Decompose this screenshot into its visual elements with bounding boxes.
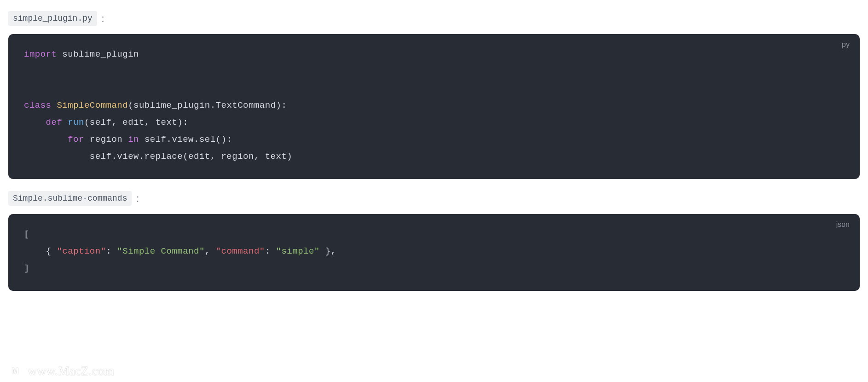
code-token: ): (276, 100, 287, 110)
code-token: self.view.replace(edit, region, text) (90, 151, 292, 162)
filename-row-1: simple_plugin.py : (8, 11, 860, 26)
code-token: ): (177, 117, 188, 127)
code-content-python: import sublime_plugin class SimpleComman… (24, 46, 844, 165)
code-token: sublime_plugin (133, 100, 210, 110)
code-token (24, 117, 46, 127)
code-token: sublime_plugin (62, 49, 139, 59)
filename-badge: Simple.sublime-commands (8, 191, 132, 206)
code-token: , (205, 246, 216, 256)
code-token: "command" (216, 246, 265, 256)
code-token: SimpleCommand (57, 100, 128, 110)
code-block-json: json [ { "caption": "Simple Command", "c… (8, 214, 860, 291)
code-token: ] (24, 263, 29, 273)
code-token: for (68, 134, 90, 145)
code-token: "caption" (57, 246, 106, 256)
code-token: "Simple Command" (117, 246, 204, 256)
code-token: in (128, 134, 145, 145)
code-token: ( (84, 117, 90, 127)
code-token: region (90, 134, 128, 145)
code-token: : (265, 246, 276, 256)
code-token: { (24, 246, 57, 256)
filename-colon: : (102, 13, 104, 24)
code-token (24, 134, 68, 145)
code-token: : (106, 246, 117, 256)
lang-badge: py (842, 41, 850, 49)
code-token: class (24, 100, 57, 110)
code-token: self.view.sel(): (145, 134, 232, 145)
code-token: import (24, 49, 62, 59)
filename-row-2: Simple.sublime-commands : (8, 191, 860, 206)
code-token: TextCommand (216, 100, 276, 110)
code-token: . (210, 100, 216, 110)
code-token: }, (320, 246, 336, 256)
code-token: def (46, 117, 68, 127)
code-block-python: py import sublime_plugin class SimpleCom… (8, 34, 860, 179)
code-token: run (68, 117, 84, 127)
code-token (24, 151, 90, 162)
code-token: "simple" (276, 246, 320, 256)
lang-badge: json (836, 220, 850, 229)
code-content-json: [ { "caption": "Simple Command", "comman… (24, 226, 844, 277)
filename-badge: simple_plugin.py (8, 11, 97, 26)
code-token: ( (128, 100, 133, 110)
filename-colon: : (136, 193, 139, 204)
code-token: self, edit, text (90, 117, 177, 127)
code-token: [ (24, 229, 29, 239)
